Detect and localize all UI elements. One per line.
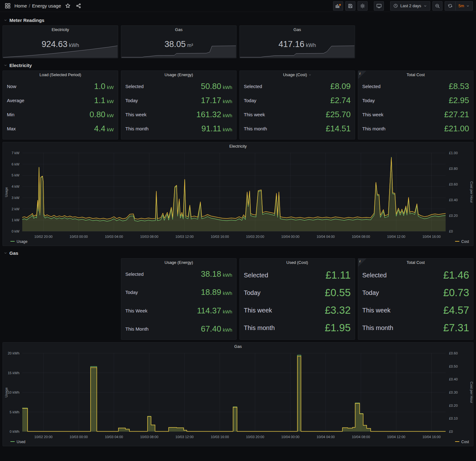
svg-text:£0.10: £0.10 — [449, 416, 458, 420]
stat-label: Today — [362, 289, 379, 296]
breadcrumb[interactable]: Home / Energy usage — [14, 3, 61, 8]
save-dashboard-button[interactable] — [345, 1, 355, 11]
stat-row: Today£0.55 — [244, 287, 351, 299]
row-gas[interactable]: Gas — [0, 246, 476, 258]
panel-title[interactable]: Gas — [240, 26, 355, 34]
stat-row: Average1.1kW — [7, 96, 114, 105]
svg-text:10/02 20:00: 10/02 20:00 — [34, 435, 53, 439]
svg-text:10/03 20:00: 10/03 20:00 — [246, 235, 264, 238]
svg-text:10/04 04:00: 10/04 04:00 — [316, 435, 335, 439]
stat-value: £0.55 — [325, 287, 351, 299]
svg-text:15 kWh: 15 kWh — [8, 371, 19, 375]
panel-title[interactable]: Load (Selected Period) — [3, 71, 118, 79]
svg-text:£0.40: £0.40 — [449, 198, 458, 202]
section-title: Electricity — [9, 63, 32, 68]
section-title: Meter Readings — [9, 18, 44, 23]
panel-info-icon[interactable]: i — [358, 259, 366, 267]
panel-title[interactable]: Electricity — [3, 26, 118, 34]
svg-text:Cost: Cost — [461, 239, 469, 244]
stat-label: Today — [244, 289, 260, 296]
panel-title[interactable]: Usage (Cost) — [240, 71, 355, 79]
panel-title[interactable]: Usage (Energy) — [121, 259, 236, 267]
panel-gas-usage-energy: Usage (Energy) Selected38.18kWhToday18.8… — [121, 258, 237, 340]
tv-mode-button[interactable] — [374, 1, 384, 11]
panel-info-icon[interactable]: i — [358, 71, 366, 79]
panel-title[interactable]: Total Cost — [358, 71, 473, 79]
legend-used[interactable]: Used — [10, 440, 25, 444]
row-meter-readings[interactable]: Meter Readings — [0, 12, 476, 25]
breadcrumb-home[interactable]: Home — [14, 3, 27, 8]
stat-row: Selected£8.09 — [244, 81, 351, 91]
dashboard-settings-button[interactable] — [358, 1, 368, 11]
gas-timeseries[interactable]: 0 kWh5 kWh10 kWh15 kWh20 kWh£0£0.10£0.20… — [3, 351, 473, 446]
svg-text:7 kW: 7 kW — [12, 151, 20, 155]
svg-text:10/03 16:00: 10/03 16:00 — [211, 235, 229, 238]
stat-value: £3.32 — [325, 304, 351, 316]
legend-cost[interactable]: Cost — [455, 239, 469, 244]
svg-text:0 kW: 0 kW — [12, 229, 20, 233]
gas-used-cost-plot[interactable]: 0 kWh5 kWh10 kWh15 kWh20 kWh£0£0.10£0.20… — [3, 351, 473, 446]
svg-text:5 kW: 5 kW — [12, 173, 20, 177]
svg-text:5 kWh: 5 kWh — [10, 410, 19, 414]
stat-label: This month — [125, 126, 149, 131]
electricity-meter-sparkline — [3, 45, 118, 58]
svg-text:10/04 00:00: 10/04 00:00 — [281, 235, 300, 238]
breadcrumb-current[interactable]: Energy usage — [32, 3, 61, 8]
svg-text:10/04 08:00: 10/04 08:00 — [352, 235, 370, 238]
panel-title[interactable]: Usage (Energy) — [121, 71, 236, 79]
legend-cost[interactable]: Cost — [455, 440, 469, 444]
stat-value: 1.0kW — [94, 81, 114, 91]
stat-row: This month£1.95 — [244, 322, 351, 334]
panel-gas-total-cost: i Total Cost Selected£1.46Today£0.73This… — [358, 258, 473, 340]
stat-value: £0.73 — [443, 287, 469, 299]
svg-text:10/03 20:00: 10/03 20:00 — [246, 435, 264, 439]
svg-text:Used: Used — [17, 440, 25, 444]
svg-text:10/04 16:00: 10/04 16:00 — [422, 235, 441, 238]
stat-label: This week — [125, 112, 147, 117]
stat-unit: kWh — [223, 127, 232, 132]
refresh-interval-label: 5m — [458, 3, 464, 8]
stat-value: 18.89kWh — [201, 287, 232, 297]
panel-title[interactable]: Gas — [121, 26, 236, 34]
stat-label: This week — [362, 307, 390, 314]
panel-title[interactable]: Total Cost — [358, 259, 473, 267]
panel-meter-electricity: Electricity 924.63kWh — [3, 25, 118, 58]
electricity-usage-cost-plot[interactable]: 0 kW1 kW2 kW3 kW4 kW5 kW6 kW7 kW£0£0.20£… — [3, 150, 473, 246]
svg-text:£0.40: £0.40 — [449, 377, 458, 381]
panel-title[interactable]: Gas — [3, 343, 473, 351]
stat-label: Selected — [244, 84, 262, 89]
svg-text:£1.00: £1.00 — [449, 151, 458, 155]
stat-value: £1.46 — [443, 269, 469, 281]
svg-text:£0.60: £0.60 — [449, 351, 458, 355]
time-range-picker[interactable]: Last 2 days — [390, 1, 430, 11]
panel-electricity-total-cost: i Total Cost Selected£8.53Today£2.95This… — [358, 71, 473, 139]
stat-row: This Month67.40kWh — [125, 324, 232, 334]
svg-text:10/03 12:00: 10/03 12:00 — [175, 435, 194, 439]
stat-row: Today£2.74 — [244, 96, 351, 105]
add-panel-button[interactable] — [333, 1, 343, 11]
panel-title[interactable]: Used (Cost) — [240, 259, 355, 267]
electricity-timeseries[interactable]: 0 kW1 kW2 kW3 kW4 kW5 kW6 kW7 kW£0£0.20£… — [3, 150, 473, 246]
svg-text:3 kW: 3 kW — [12, 196, 20, 200]
panel-title[interactable]: Electricity — [3, 142, 473, 150]
share-icon[interactable] — [75, 2, 82, 10]
zoom-out-button[interactable] — [432, 1, 442, 11]
refresh-interval-picker[interactable]: 5m — [456, 2, 473, 10]
apps-grid-icon[interactable] — [4, 2, 11, 10]
star-icon[interactable] — [64, 2, 72, 10]
panel-electricity-usage-energy: Usage (Energy) Selected50.80kWhToday17.1… — [121, 71, 237, 139]
stat-unit: kWh — [223, 99, 232, 104]
empty-cell — [358, 25, 473, 58]
legend-usage[interactable]: Usage — [10, 239, 28, 244]
svg-text:£0.30: £0.30 — [449, 390, 458, 394]
row-electricity[interactable]: Electricity — [0, 58, 476, 71]
svg-text:10/03 16:00: 10/03 16:00 — [211, 435, 229, 439]
stat-row: This week£4.57 — [362, 304, 469, 316]
refresh-button[interactable] — [445, 2, 455, 10]
stat-value: £1.95 — [325, 322, 351, 334]
panel-load-selected-period: Load (Selected Period) Now1.0kWAverage1.… — [3, 71, 118, 139]
stat-value: £4.57 — [443, 304, 469, 316]
stat-row: This month91.11kWh — [125, 124, 232, 134]
svg-text:10/03 04:00: 10/03 04:00 — [105, 235, 123, 238]
chevron-down-icon — [4, 64, 7, 67]
